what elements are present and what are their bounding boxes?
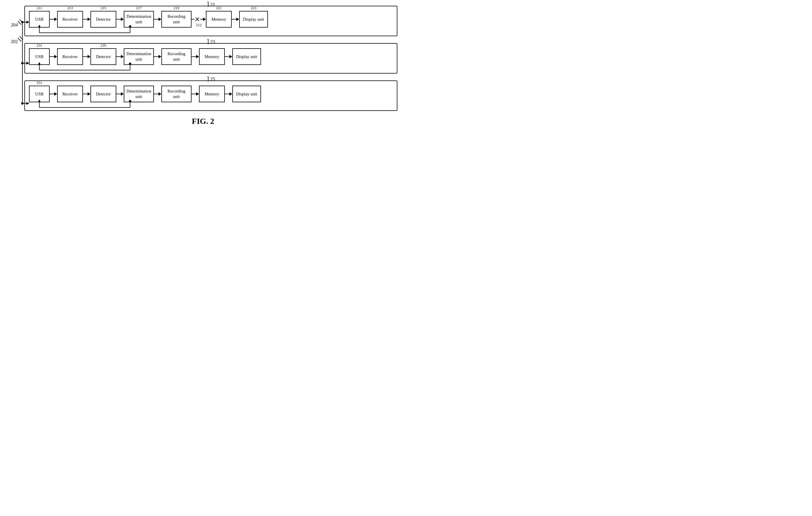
arrow-25-3 xyxy=(116,92,124,96)
ref-217: 217 xyxy=(136,6,142,10)
ref-235: 235 xyxy=(100,43,106,48)
arrow-21-6 xyxy=(232,18,239,21)
feedback-svg-25 xyxy=(29,101,393,110)
ref-231: 231 xyxy=(36,43,42,48)
group-25-blocks: 251 USB Receiver xyxy=(29,86,393,102)
block-recording-25: Recording unit xyxy=(162,86,192,102)
group-21-wrapper: ⌉ 21 211 USB xyxy=(24,6,397,36)
group-23-wrapper: ⌉ 23 231 USB xyxy=(24,43,397,74)
arrow-23-1 xyxy=(50,55,57,58)
groups-area: ⌉ 21 211 USB xyxy=(24,6,397,111)
block-detector-25: Detector xyxy=(90,86,116,102)
cross-icon-21 xyxy=(194,17,200,22)
block-memory-25: Memory xyxy=(199,86,225,102)
arrow-25-1 xyxy=(50,92,57,96)
block-determination-21: Determination unit xyxy=(124,11,154,28)
block-memory-23: Memory xyxy=(199,48,225,65)
svg-line-6 xyxy=(18,38,21,42)
group-23: 231 USB Receiver xyxy=(24,43,397,74)
arrow-cross-21: 212 xyxy=(192,17,206,22)
ref-221: 221 xyxy=(216,6,222,10)
block-recording-21: Recording unit xyxy=(162,11,192,28)
block-memory-21: Memory xyxy=(206,11,232,28)
block-display-21: Display unit xyxy=(239,11,268,28)
group-23-blocks: 231 USB Receiver xyxy=(29,48,393,65)
arrow-23-5 xyxy=(192,55,199,58)
arrow-25-2 xyxy=(83,92,90,96)
fig-label: FIG. 2 xyxy=(192,117,214,126)
block-detector-21: Detector xyxy=(90,11,116,28)
arrow-21-3 xyxy=(116,18,124,21)
group-21-blocks: 211 USB 213 Receiver xyxy=(29,11,393,28)
ref-221-wrapper: 221 Memory xyxy=(206,11,232,28)
feedback-svg-21 xyxy=(29,26,393,35)
arrow-21-2 xyxy=(83,18,90,21)
ref-213-wrapper: 213 Receiver xyxy=(57,11,83,28)
arrow-23-3 xyxy=(116,55,124,58)
arrow-23-4 xyxy=(154,55,162,58)
ref-213: 213 xyxy=(67,6,73,10)
block-detector-23: Detector xyxy=(90,48,116,65)
block-determination-25: Determination unit xyxy=(124,86,154,102)
ref-235-wrapper: 235 Detector xyxy=(90,48,116,65)
arrow-25-6 xyxy=(225,92,232,96)
input-label-202: 202 xyxy=(11,39,18,44)
block-determination-23: Determination unit xyxy=(124,48,154,65)
ref-219: 219 xyxy=(174,6,179,10)
arrow-25-4 xyxy=(154,92,162,96)
arrow-25-5 xyxy=(192,92,199,96)
ref-211: 211 xyxy=(36,6,42,10)
ref-223-wrapper: 223 Display unit xyxy=(239,11,268,28)
block-receiver-25: Receiver xyxy=(57,86,83,102)
ref-215: 215 xyxy=(100,6,106,10)
ref-217-wrapper: 217 Determination unit xyxy=(124,11,154,28)
arrow-23-6 xyxy=(225,55,232,58)
ref-251: 251 xyxy=(36,80,42,85)
arrow-23-2 xyxy=(83,55,90,58)
diagram-outer: 204 202 ⌉ 21 xyxy=(9,6,397,111)
ref-215-wrapper: 215 Detector xyxy=(90,11,116,28)
group-21: 211 USB 213 Receiver xyxy=(24,6,397,36)
feedback-svg-23 xyxy=(29,64,393,73)
block-recording-23: Recording unit xyxy=(162,48,192,65)
ref-219-wrapper: 219 Recording unit xyxy=(162,11,192,28)
input-label-204: 204 xyxy=(11,22,18,27)
block-display-23: Display unit xyxy=(232,48,261,65)
group-25: 251 USB Receiver xyxy=(24,80,397,111)
arrow-21-1 xyxy=(50,18,57,21)
group-25-wrapper: ⌉ 25 251 USB Recei xyxy=(24,80,397,111)
arrow-21-4 xyxy=(154,18,162,21)
ref-223: 223 xyxy=(251,6,256,10)
svg-line-0 xyxy=(18,21,21,25)
block-receiver-21: Receiver xyxy=(57,11,83,28)
block-display-25: Display unit xyxy=(232,86,261,102)
block-receiver-23: Receiver xyxy=(57,48,83,65)
